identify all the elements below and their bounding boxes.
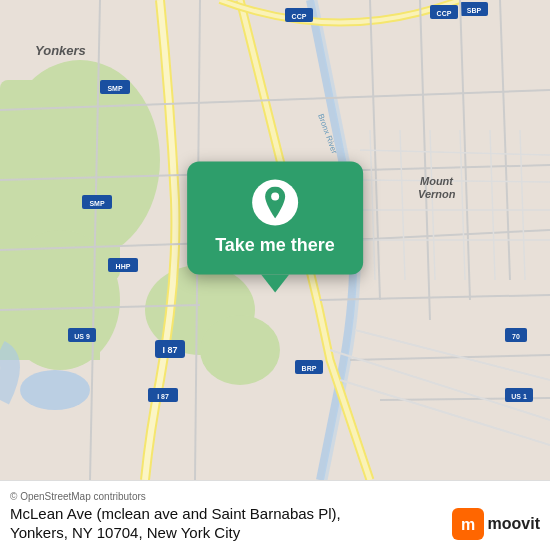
map-container: I 87 CCP CCP SBP [0, 0, 550, 480]
svg-text:SBP: SBP [467, 7, 482, 14]
take-me-there-label: Take me there [215, 235, 335, 256]
svg-text:m: m [460, 516, 474, 533]
popup-overlay: Take me there [187, 161, 363, 292]
moovit-text: moovit [488, 515, 540, 533]
svg-text:US 9: US 9 [74, 333, 90, 340]
svg-text:US 1: US 1 [511, 393, 527, 400]
svg-text:I 87: I 87 [157, 393, 169, 400]
svg-text:Mount: Mount [420, 175, 454, 187]
address-line2: Yonkers, NY 10704, New York City [10, 524, 240, 541]
location-pin-wrapper [252, 179, 298, 225]
popup-arrow [261, 274, 289, 292]
svg-text:Vernon: Vernon [418, 188, 456, 200]
moovit-logo: m moovit [452, 508, 540, 540]
svg-text:I 87: I 87 [162, 345, 177, 355]
svg-point-6 [200, 315, 280, 385]
moovit-icon: m [452, 508, 484, 540]
svg-text:HHP: HHP [116, 263, 131, 270]
address-line1: McLean Ave (mclean ave and Saint Barnaba… [10, 505, 341, 522]
svg-text:SMP: SMP [89, 200, 105, 207]
svg-text:CCP: CCP [292, 13, 307, 20]
svg-text:CCP: CCP [437, 10, 452, 17]
svg-text:Yonkers: Yonkers [35, 43, 86, 58]
svg-text:BRP: BRP [302, 365, 317, 372]
svg-text:SMP: SMP [107, 85, 123, 92]
take-me-there-card[interactable]: Take me there [187, 161, 363, 274]
svg-text:70: 70 [512, 333, 520, 340]
svg-point-62 [20, 370, 90, 410]
moovit-m-icon: m [457, 513, 479, 535]
copyright-text: © OpenStreetMap contributors [10, 491, 540, 502]
location-pin-icon [261, 186, 289, 218]
footer: © OpenStreetMap contributors McLean Ave … [0, 480, 550, 550]
svg-point-63 [271, 192, 279, 200]
